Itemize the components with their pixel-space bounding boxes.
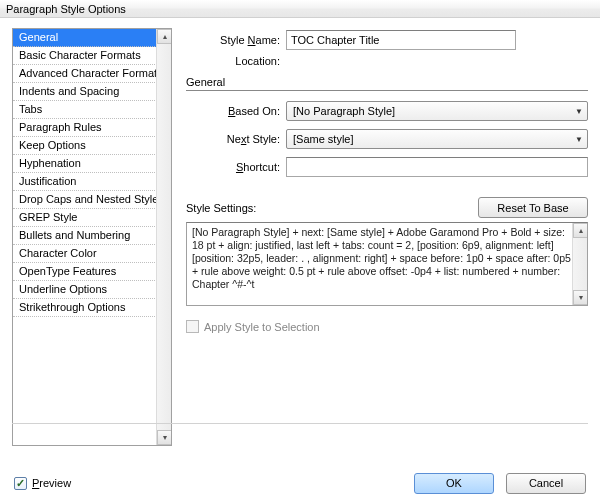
reset-to-base-button[interactable]: Reset To Base — [478, 197, 588, 218]
settings-scrollbar[interactable]: ▴ ▾ — [572, 223, 587, 305]
window-title: Paragraph Style Options — [6, 3, 126, 15]
chevron-down-icon: ▼ — [575, 135, 583, 144]
scroll-down-icon[interactable]: ▾ — [573, 290, 588, 305]
based-on-value: [No Paragraph Style] — [293, 105, 395, 117]
sidebar-item-drop-caps[interactable]: Drop Caps and Nested Styles — [13, 191, 171, 209]
sidebar-item-indents[interactable]: Indents and Spacing — [13, 83, 171, 101]
footer-separator — [12, 423, 588, 424]
preview-checkbox[interactable]: ✓ — [14, 477, 27, 490]
section-header-general: General — [186, 76, 588, 91]
style-settings-text: [No Paragraph Style] + next: [Same style… — [192, 226, 571, 290]
sidebar-item-underline[interactable]: Underline Options — [13, 281, 171, 299]
sidebar-item-keep-options[interactable]: Keep Options — [13, 137, 171, 155]
right-pane: Style Name: Location: General Based On: … — [186, 28, 588, 446]
based-on-label: Based On: — [186, 105, 286, 117]
style-name-input[interactable] — [286, 30, 516, 50]
chevron-down-icon: ▼ — [575, 107, 583, 116]
sidebar-item-basic-char[interactable]: Basic Character Formats — [13, 47, 171, 65]
style-name-label: Style Name: — [186, 34, 286, 46]
sidebar-item-adv-char[interactable]: Advanced Character Formats — [13, 65, 171, 83]
sidebar-scrollbar[interactable]: ▴ ▾ — [156, 29, 171, 445]
next-style-dropdown[interactable]: [Same style] ▼ — [286, 129, 588, 149]
location-label: Location: — [186, 55, 286, 67]
based-on-dropdown[interactable]: [No Paragraph Style] ▼ — [286, 101, 588, 121]
scroll-up-icon[interactable]: ▴ — [157, 29, 172, 44]
sidebar-item-general[interactable]: General — [13, 29, 171, 47]
scroll-up-icon[interactable]: ▴ — [573, 223, 588, 238]
sidebar-item-char-color[interactable]: Character Color — [13, 245, 171, 263]
sidebar-item-tabs[interactable]: Tabs — [13, 101, 171, 119]
next-style-label: Next Style: — [186, 133, 286, 145]
window-titlebar: Paragraph Style Options — [0, 0, 600, 18]
sidebar-item-opentype[interactable]: OpenType Features — [13, 263, 171, 281]
sidebar-item-justification[interactable]: Justification — [13, 173, 171, 191]
shortcut-label: Shortcut: — [186, 161, 286, 173]
next-style-value: [Same style] — [293, 133, 354, 145]
sidebar-item-paragraph-rules[interactable]: Paragraph Rules — [13, 119, 171, 137]
apply-style-checkbox[interactable] — [186, 320, 199, 333]
scroll-down-icon[interactable]: ▾ — [157, 430, 172, 445]
apply-style-label: Apply Style to Selection — [204, 321, 320, 333]
cancel-button[interactable]: Cancel — [506, 473, 586, 494]
sidebar-item-grep[interactable]: GREP Style — [13, 209, 171, 227]
apply-style-row: Apply Style to Selection — [186, 320, 588, 333]
shortcut-input[interactable] — [286, 157, 588, 177]
style-settings-box[interactable]: [No Paragraph Style] + next: [Same style… — [186, 222, 588, 306]
style-settings-label: Style Settings: — [186, 202, 256, 214]
preview-label: Preview — [32, 477, 71, 489]
dialog-footer: ✓ Preview OK Cancel — [0, 464, 600, 502]
ok-button[interactable]: OK — [414, 473, 494, 494]
sidebar-item-bullets[interactable]: Bullets and Numbering — [13, 227, 171, 245]
category-list[interactable]: General Basic Character Formats Advanced… — [12, 28, 172, 446]
sidebar-item-hyphenation[interactable]: Hyphenation — [13, 155, 171, 173]
sidebar-item-strikethrough[interactable]: Strikethrough Options — [13, 299, 171, 317]
